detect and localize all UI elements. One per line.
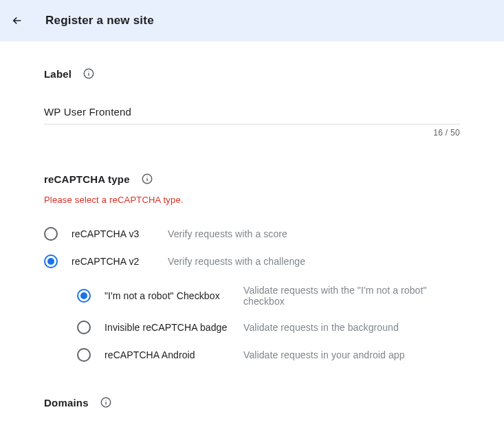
radio-label: reCAPTCHA v2 xyxy=(72,256,147,267)
radio-button-icon xyxy=(77,321,91,334)
radio-label: "I'm not a robot" Checkbox xyxy=(105,290,231,301)
type-section-header: reCAPTCHA type xyxy=(44,173,460,185)
info-icon[interactable] xyxy=(141,173,153,185)
radio-recaptcha-v3[interactable]: reCAPTCHA v3 Verify requests with a scor… xyxy=(44,220,460,248)
form-content: Label 16 / 50 reCAPTCHA type Please sele… xyxy=(0,41,504,423)
radio-desc: Validate requests in the background xyxy=(243,322,399,333)
info-icon[interactable] xyxy=(83,67,95,80)
radio-recaptcha-android[interactable]: reCAPTCHA Android Validate requests in y… xyxy=(77,341,460,369)
radio-invisible-badge[interactable]: Invisible reCAPTCHA badge Validate reque… xyxy=(77,314,460,341)
radio-not-robot-checkbox[interactable]: "I'm not a robot" Checkbox Validate requ… xyxy=(77,278,460,314)
svg-point-2 xyxy=(89,71,89,72)
label-input-wrap: 16 / 50 xyxy=(44,106,460,124)
back-arrow-icon[interactable] xyxy=(11,14,23,27)
radio-desc: Verify requests with a score xyxy=(168,228,287,239)
info-icon[interactable] xyxy=(100,396,112,409)
label-section-header: Label xyxy=(44,67,460,80)
radio-label: reCAPTCHA v3 xyxy=(72,228,147,239)
svg-point-8 xyxy=(105,400,106,400)
label-char-count: 16 / 50 xyxy=(433,128,460,138)
domains-section-header: Domains xyxy=(44,396,460,409)
type-error-text: Please select a reCAPTCHA type. xyxy=(44,195,460,205)
radio-label: reCAPTCHA Android xyxy=(105,349,231,360)
radio-desc: Validate requests with the "I'm not a ro… xyxy=(243,285,460,307)
domains-section: Domains wedevs.com xyxy=(44,396,460,423)
radio-label: Invisible reCAPTCHA badge xyxy=(105,322,231,333)
page-header: Register a new site xyxy=(0,0,504,41)
label-input[interactable] xyxy=(44,106,460,118)
recaptcha-type-section: reCAPTCHA type Please select a reCAPTCHA… xyxy=(44,173,460,369)
domains-heading: Domains xyxy=(44,397,89,409)
radio-desc: Validate requests in your android app xyxy=(243,349,405,360)
radio-button-icon xyxy=(77,289,91,303)
v2-sub-radio-list: "I'm not a robot" Checkbox Validate requ… xyxy=(77,278,460,369)
radio-button-icon xyxy=(77,348,91,362)
type-heading: reCAPTCHA type xyxy=(44,173,130,185)
radio-desc: Verify requests with a challenge xyxy=(168,256,305,267)
radio-button-icon xyxy=(44,254,58,268)
label-heading: Label xyxy=(44,68,72,80)
radio-button-icon xyxy=(44,227,58,241)
svg-point-5 xyxy=(146,176,147,177)
page-title: Register a new site xyxy=(45,14,154,28)
type-radio-list: reCAPTCHA v3 Verify requests with a scor… xyxy=(44,220,460,369)
radio-recaptcha-v2[interactable]: reCAPTCHA v2 Verify requests with a chal… xyxy=(44,248,460,275)
